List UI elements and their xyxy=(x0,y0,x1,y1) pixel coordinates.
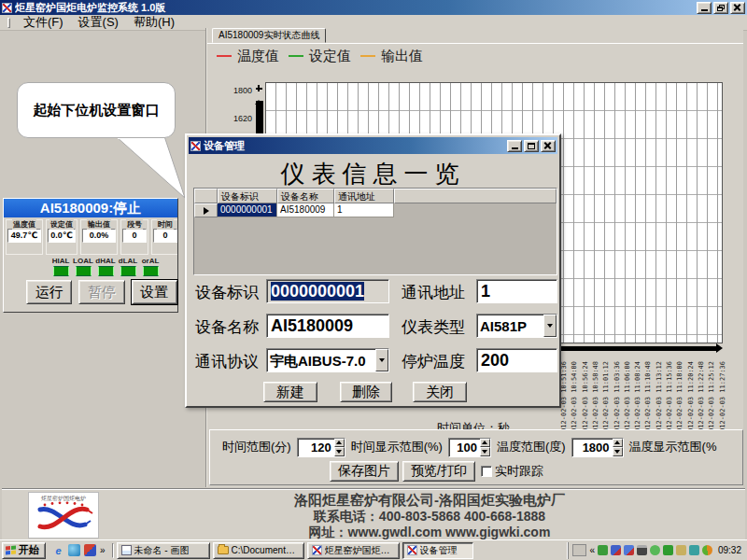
window-title: 炬星窑炉国炬电炉监控系统 1.0版 xyxy=(15,1,697,15)
time-display-spinner[interactable]: 100 xyxy=(448,438,491,457)
sync-icon[interactable] xyxy=(598,545,608,555)
application-window: 炬星窑炉国炬电炉监控系统 1.0版 文件(F)设置(S)帮助(H) AI5180… xyxy=(0,0,747,560)
spin-up-button[interactable] xyxy=(334,439,345,448)
task-button-device-management[interactable]: 设备管理 xyxy=(402,542,473,559)
dialog-maximize-button[interactable] xyxy=(524,140,539,152)
monitors-icon[interactable] xyxy=(689,545,699,555)
paint-icon xyxy=(121,545,132,555)
device-readouts: 温度值 49.7℃ 设定值 0.0℃ 输出值 0.0% 段号 0 时间 0 累 … xyxy=(4,217,177,255)
protocol-combobox[interactable]: 宇电AIBUS-7.0 xyxy=(266,348,389,372)
save-image-button[interactable]: 保存图片 xyxy=(330,461,399,482)
table-cell-device-name[interactable]: AI5180009 xyxy=(277,203,334,217)
overflow-chevron-icon[interactable]: » xyxy=(100,545,106,555)
table-cell-comm-addr[interactable]: 1 xyxy=(334,203,394,217)
alarm-indicator: HIAL xyxy=(52,257,69,276)
table-header-filler xyxy=(394,189,557,203)
company-name: 洛阳炬星窑炉有限公司-洛阳国炬实验电炉厂 xyxy=(112,492,747,509)
clipboard-icon[interactable] xyxy=(676,545,686,555)
minimize-button[interactable] xyxy=(697,2,712,14)
device-status-panel: AI5180009:停止 温度值 49.7℃ 设定值 0.0℃ 输出值 0.0%… xyxy=(3,198,178,313)
app-icon xyxy=(312,545,322,555)
spin-up-button[interactable] xyxy=(480,439,490,448)
device-name-field[interactable]: AI5180009 xyxy=(266,314,389,338)
comm-addr-field[interactable]: 1 xyxy=(476,279,557,303)
legend-item: 温度值 xyxy=(217,48,279,65)
setup-button[interactable]: 设置 xyxy=(132,280,177,304)
delete-button[interactable]: 删除 xyxy=(340,382,392,402)
x-axis-tick-label: 2012-02-03 11:06:00 xyxy=(624,354,633,417)
device-id-field[interactable]: 0000000001 xyxy=(266,279,389,303)
temp-range-spinner[interactable]: 1800 xyxy=(571,438,624,457)
spin-down-button[interactable] xyxy=(334,447,345,456)
stop-temp-field[interactable]: 200 xyxy=(476,348,557,372)
tab-realtime-curve[interactable]: AI5180009实时状态曲线 xyxy=(212,28,326,43)
start-button[interactable]: 开始 xyxy=(2,542,46,559)
stop-temp-label: 停炉温度 xyxy=(402,351,465,372)
action-controls-row: 保存图片 预览/打印 实时跟踪 xyxy=(210,461,742,482)
spin-up-button[interactable] xyxy=(613,439,623,448)
taskbar-divider xyxy=(112,543,114,558)
table-cell-device-id[interactable]: 0000000001 xyxy=(218,203,277,217)
menu-item[interactable]: 文件(F) xyxy=(23,14,63,31)
time-range-label: 时间范围(分) xyxy=(222,439,291,455)
device-management-dialog: 设备管理 仪表信息一览 设备标识设备名称通讯地址 0000000001 AI51… xyxy=(185,133,561,408)
status-ok-icon[interactable] xyxy=(650,545,660,555)
new-button[interactable]: 新建 xyxy=(263,382,317,402)
media-icon[interactable] xyxy=(84,544,96,556)
preview-print-button[interactable]: 预览/打印 xyxy=(402,461,475,482)
dialog-close-button[interactable] xyxy=(541,140,556,152)
time-range-spinner[interactable]: 120 xyxy=(297,438,345,457)
signal-bars-icon[interactable] xyxy=(637,545,647,555)
run-button[interactable]: 运行 xyxy=(26,280,72,304)
x-axis-tick-label: 2012-02-03 10:51:36 xyxy=(560,354,570,417)
browser-icon[interactable]: e xyxy=(52,544,64,556)
taskbar: 开始 e » 未命名 - 画图 C:\Documents and Se... 炬… xyxy=(0,539,747,560)
restore-button[interactable] xyxy=(713,2,728,14)
annotation-bubble: 起始下位机设置窗口 xyxy=(17,82,176,138)
scroll-right-icon[interactable] xyxy=(716,343,723,353)
comm-addr-label: 通讯地址 xyxy=(402,282,465,303)
update-icon[interactable] xyxy=(702,545,712,555)
quick-launch: e » xyxy=(49,544,109,556)
table-row[interactable]: 0000000001 AI5180009 1 xyxy=(194,203,557,217)
language-bar-icon[interactable] xyxy=(572,544,586,556)
website: 网址：www.gwdl.com www.gigwki.com xyxy=(112,525,747,540)
alarm-indicator-lamp xyxy=(143,266,159,276)
task-button-monitor-app[interactable]: 炬星窑炉国炬电炉监... xyxy=(307,542,400,559)
realtime-track-checkbox[interactable] xyxy=(481,466,492,477)
device-name-label: 设备名称 xyxy=(195,316,259,338)
x-axis-tick-label: 2012-02-03 11:18:00 xyxy=(676,354,685,417)
tray-collapse-icon[interactable]: « xyxy=(589,545,595,555)
alarm-indicator-lamp xyxy=(98,266,114,276)
task-button-explorer[interactable]: C:\Documents and Se... xyxy=(213,542,304,559)
menu-item[interactable]: 帮助(H) xyxy=(134,14,175,31)
table-column-header[interactable]: 设备标识 xyxy=(218,189,277,203)
annotation-bubble-tail xyxy=(110,136,189,202)
meter-type-combobox[interactable]: AI581P xyxy=(476,314,557,338)
table-column-header[interactable]: 通讯地址 xyxy=(334,189,394,203)
task-button-paint[interactable]: 未命名 - 画图 xyxy=(117,542,210,559)
dialog-minimize-button[interactable] xyxy=(507,140,522,152)
spin-down-button[interactable] xyxy=(613,447,623,456)
table-column-header[interactable]: 设备名称 xyxy=(277,189,334,203)
dialog-icon xyxy=(190,141,201,151)
devices-offline-icon[interactable] xyxy=(624,545,634,555)
messenger-icon[interactable] xyxy=(68,544,80,556)
network-offline-icon[interactable] xyxy=(611,545,621,555)
close-dialog-button[interactable]: 关闭 xyxy=(413,382,467,402)
readout-value: 0.0℃ xyxy=(48,229,76,243)
dropdown-button[interactable] xyxy=(543,315,557,337)
spin-down-button[interactable] xyxy=(480,447,490,456)
dialog-titlebar[interactable]: 设备管理 xyxy=(189,137,557,154)
menu-item[interactable]: 设置(S) xyxy=(78,14,119,31)
dialog-heading: 仪表信息一览 xyxy=(187,158,559,190)
window-titlebar[interactable]: 炬星窑炉国炬电炉监控系统 1.0版 xyxy=(0,0,747,15)
dropdown-button[interactable] xyxy=(375,349,388,371)
minimize-icon xyxy=(701,9,708,11)
shield-icon[interactable] xyxy=(663,545,673,555)
close-button[interactable] xyxy=(730,2,745,14)
minimize-icon xyxy=(512,147,518,149)
row-selector-cell[interactable] xyxy=(194,203,218,217)
company-logo: 炬星窑炉国炬电炉 xyxy=(28,492,99,539)
alarm-indicator: dLAL xyxy=(120,257,136,276)
